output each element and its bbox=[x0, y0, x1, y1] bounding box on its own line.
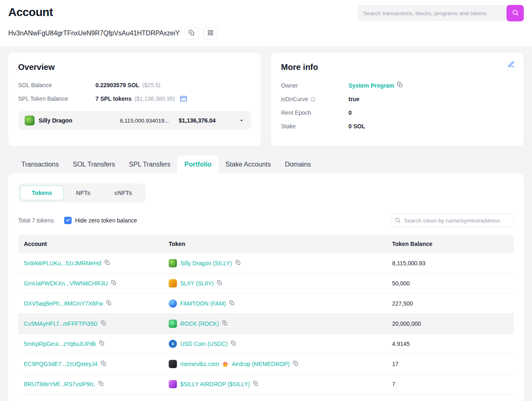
more-info-title: More info bbox=[281, 63, 514, 72]
copy-icon bbox=[397, 82, 403, 89]
copy-token-button[interactable] bbox=[231, 341, 236, 347]
copy-account-button[interactable] bbox=[99, 341, 105, 347]
global-search-button[interactable] bbox=[506, 5, 524, 21]
hide-zero-label: Hide zero token balance bbox=[75, 217, 137, 224]
copy-account-button[interactable] bbox=[111, 280, 116, 287]
table-row: 5mKpRpGeui...zYq6uJUPdk $ USD Coin (USDC… bbox=[18, 334, 514, 354]
copy-token-button[interactable] bbox=[217, 280, 222, 287]
stake-label: Stake bbox=[281, 123, 348, 130]
copy-address-button[interactable] bbox=[185, 27, 199, 39]
table-row: Cu9MAyHFLf...mFFFTPi35D ROCK (ROCK) 20,0… bbox=[18, 314, 514, 334]
token-link-suffix[interactable]: Airdrop (MEMEDROP) bbox=[232, 361, 290, 367]
copy-token-button[interactable] bbox=[253, 381, 258, 387]
top-bar: Account Hv3nANwFgU84grTFnxUeN9R7QfpVsAu4… bbox=[0, 0, 532, 46]
account-link[interactable]: DXV5aqBePh...8MCmY7X6Fw bbox=[24, 300, 103, 307]
token-link[interactable]: FAMTOON (FAM) bbox=[180, 300, 226, 307]
gift-icon bbox=[222, 361, 228, 367]
tab-sol-transfers[interactable]: SOL Transfers bbox=[66, 155, 122, 174]
token-balance: 20,000,000 bbox=[392, 320, 514, 327]
tab-stake-accounts[interactable]: Stake Accounts bbox=[218, 155, 278, 174]
copy-icon bbox=[188, 30, 195, 37]
copy-token-button[interactable] bbox=[235, 260, 241, 267]
copy-icon bbox=[235, 260, 241, 267]
tab-spl-transfers[interactable]: SPL Transfers bbox=[122, 155, 178, 174]
copy-account-button[interactable] bbox=[105, 260, 110, 267]
token-balance: 4.9145 bbox=[392, 341, 514, 347]
edit-pen-icon[interactable] bbox=[508, 61, 515, 69]
token-selector-amount: 8,115,000.934019... bbox=[120, 118, 169, 124]
memedrop-token-icon bbox=[169, 360, 177, 368]
token-balance: 17 bbox=[392, 361, 514, 367]
token-selector-dropdown[interactable]: Silly Dragon 8,115,000.934019... $1,136,… bbox=[18, 111, 251, 130]
token-link[interactable]: $SILLY AIRDROP ($SILLY) bbox=[180, 381, 250, 387]
copy-token-button[interactable] bbox=[229, 300, 235, 307]
owner-link[interactable]: System Program bbox=[348, 82, 394, 89]
copy-account-button[interactable] bbox=[101, 320, 106, 327]
token-link[interactable]: USD Coin (USDC) bbox=[180, 341, 228, 347]
header-account: Account bbox=[18, 241, 169, 247]
search-icon bbox=[512, 9, 519, 17]
table-row: 5n9AWPLUKu...51rJMRMeHd Silly Dragon (SI… bbox=[18, 253, 514, 274]
main-tabs: Transactions SOL Transfers SPL Transfers… bbox=[8, 155, 524, 174]
subtab-tokens[interactable]: Tokens bbox=[20, 185, 64, 200]
copy-icon bbox=[217, 280, 222, 287]
silly-dragon-token-icon bbox=[169, 259, 177, 267]
tab-transactions[interactable]: Transactions bbox=[14, 155, 66, 174]
copy-icon bbox=[101, 361, 106, 367]
copy-token-button[interactable] bbox=[293, 361, 298, 367]
copy-owner-button[interactable] bbox=[397, 82, 403, 89]
copy-account-button[interactable] bbox=[98, 381, 104, 387]
token-link[interactable]: SLIIY (SLIIY) bbox=[180, 280, 214, 287]
spl-balance-row: SPL Token Balance 7 SPL tokens ($1,136,3… bbox=[18, 95, 251, 102]
sol-balance-label: SOL Balance bbox=[18, 82, 95, 88]
stake-value: 0 SOL bbox=[348, 123, 365, 130]
token-link[interactable]: ROCK (ROCK) bbox=[180, 320, 219, 327]
rent-epoch-label: Rent Epoch bbox=[281, 109, 348, 116]
wallet-icon[interactable] bbox=[180, 95, 187, 102]
token-link[interactable]: Silly Dragon (SILLY) bbox=[180, 260, 232, 267]
rock-token-icon bbox=[169, 320, 177, 328]
table-row: DXV5aqBePh...8MCmY7X6Fw FAMTOON (FAM) 22… bbox=[18, 294, 514, 314]
copy-token-button[interactable] bbox=[222, 320, 228, 327]
sliiy-token-icon bbox=[169, 279, 177, 287]
token-search-input[interactable] bbox=[390, 214, 514, 227]
copy-icon bbox=[106, 300, 112, 307]
account-link[interactable]: 5n9AWPLUKu...51rJMRMeHd bbox=[24, 260, 101, 267]
global-search bbox=[358, 5, 524, 21]
subtab-cnfts[interactable]: cNFTs bbox=[103, 185, 144, 200]
qr-grid-button[interactable] bbox=[204, 27, 218, 39]
copy-icon bbox=[293, 361, 298, 367]
tab-domains[interactable]: Domains bbox=[278, 155, 318, 174]
hide-zero-checkbox-wrap[interactable]: Hide zero token balance bbox=[64, 217, 137, 224]
copy-account-button[interactable] bbox=[101, 361, 106, 367]
global-search-input[interactable] bbox=[358, 5, 509, 21]
spl-balance-value: 7 SPL tokens bbox=[95, 95, 132, 102]
token-balance: 227,500 bbox=[392, 300, 514, 307]
copy-account-button[interactable] bbox=[106, 300, 112, 307]
owner-label: Owner bbox=[281, 82, 348, 89]
chevron-down-icon bbox=[239, 118, 244, 123]
table-row: GmUaPWCKXn...VfWN8CHR3U SLIIY (SLIIY) 50… bbox=[18, 274, 514, 294]
token-balance: 50,000 bbox=[392, 280, 514, 287]
account-link[interactable]: 5mKpRpGeui...zYq6uJUPdk bbox=[24, 341, 96, 347]
account-link[interactable]: EC9PQG3dE7...2zUQxteyJ4 bbox=[24, 361, 98, 367]
account-link[interactable]: GmUaPWCKXn...VfWN8CHR3U bbox=[24, 280, 108, 287]
info-icon[interactable] bbox=[310, 97, 316, 102]
isoncurve-row: isOnCurve true bbox=[281, 96, 514, 102]
famtoon-token-icon bbox=[169, 299, 177, 308]
token-balance: 7 bbox=[392, 381, 514, 387]
tokens-table: Account Token Token Balance 5n9AWPLUKu..… bbox=[18, 234, 514, 394]
summary-cards: Overview SOL Balance 0.22903579 SOL ($25… bbox=[0, 46, 532, 146]
copy-icon bbox=[105, 260, 110, 267]
portfolio-subtabs: Tokens NFTs cNFTs bbox=[18, 183, 146, 202]
copy-icon bbox=[253, 381, 258, 387]
subtab-nfts[interactable]: NFTs bbox=[65, 185, 102, 200]
account-link[interactable]: Cu9MAyHFLf...mFFFTPi35D bbox=[24, 320, 98, 327]
filter-row: Total 7 tokens Hide zero token balance bbox=[18, 214, 514, 227]
token-balance: 8,115,000.93 bbox=[392, 260, 514, 267]
hide-zero-checkbox[interactable] bbox=[64, 217, 72, 224]
token-link[interactable]: memevibz.com bbox=[180, 361, 219, 367]
tab-portfolio[interactable]: Portfolio bbox=[177, 155, 218, 174]
copy-icon bbox=[99, 341, 105, 347]
account-link[interactable]: BRUT88eYMf...RS7vstP9rL bbox=[24, 381, 95, 387]
